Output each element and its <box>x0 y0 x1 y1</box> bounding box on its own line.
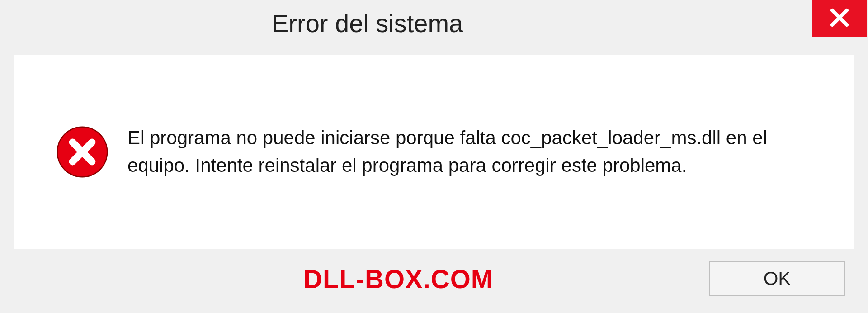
error-message: El programa no puede iniciarse porque fa… <box>127 124 826 180</box>
error-dialog: Error del sistema El programa no puede i… <box>0 0 868 313</box>
ok-button[interactable]: OK <box>709 261 845 296</box>
titlebar: Error del sistema <box>0 0 868 46</box>
ok-button-label: OK <box>764 268 791 289</box>
content-panel: El programa no puede iniciarse porque fa… <box>14 55 854 249</box>
error-icon <box>55 125 109 179</box>
close-icon <box>829 7 850 30</box>
close-button[interactable] <box>812 0 867 37</box>
watermark-text: DLL-BOX.COM <box>303 264 493 294</box>
dialog-footer: DLL-BOX.COM OK <box>0 254 868 313</box>
dialog-title: Error del sistema <box>272 9 463 38</box>
